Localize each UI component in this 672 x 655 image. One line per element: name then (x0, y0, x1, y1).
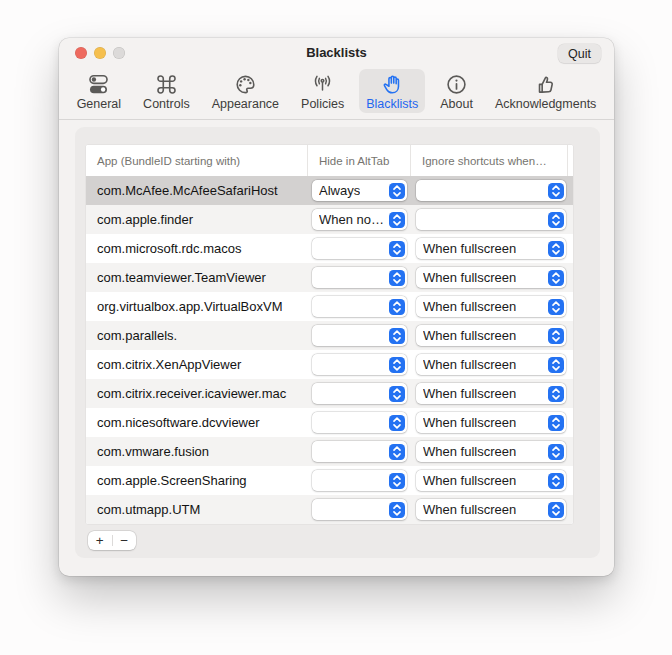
popup-chevron-icon (389, 415, 405, 431)
toolbar-tabs: GeneralControlsAppearancePoliciesBlackli… (59, 65, 614, 119)
app-bundle-id: com.teamviewer.TeamViewer (86, 270, 308, 285)
app-bundle-id: com.citrix.receiver.icaviewer.mac (86, 386, 308, 401)
command-icon (155, 72, 178, 96)
table-row[interactable]: com.nicesoftware.dcvviewerWhen fullscree… (86, 408, 573, 437)
popup-value: When fullscreen (423, 473, 516, 488)
remove-row-button[interactable]: − (113, 532, 137, 550)
palette-icon (234, 72, 257, 96)
popup-value: When fullscreen (423, 502, 516, 517)
column-header: App (BundleID starting with) (86, 145, 308, 176)
ignore-popup[interactable] (416, 180, 566, 201)
hide-popup[interactable]: When no… (312, 209, 407, 230)
ignore-popup[interactable]: When fullscreen (416, 354, 566, 375)
hide-popup[interactable] (312, 354, 407, 375)
hide-popup[interactable] (312, 325, 407, 346)
hide-popup[interactable] (312, 267, 407, 288)
popup-chevron-icon (548, 183, 564, 199)
popup-chevron-icon (389, 444, 405, 460)
column-header-spacer (568, 145, 573, 176)
popup-chevron-icon (548, 415, 564, 431)
popup-chevron-icon (548, 212, 564, 228)
app-bundle-id: com.microsoft.rdc.macos (86, 241, 308, 256)
tab-label: General (77, 97, 121, 111)
popup-chevron-icon (389, 473, 405, 489)
popup-chevron-icon (389, 328, 405, 344)
add-row-button[interactable]: + (88, 532, 112, 550)
tab-label: Controls (143, 97, 190, 111)
popup-value: When fullscreen (423, 357, 516, 372)
ignore-popup[interactable]: When fullscreen (416, 383, 566, 404)
hide-popup[interactable] (312, 441, 407, 462)
tab-label: About (440, 97, 473, 111)
tab-controls[interactable]: Controls (136, 69, 197, 113)
ignore-popup[interactable]: When fullscreen (416, 441, 566, 462)
popup-chevron-icon (548, 299, 564, 315)
popup-chevron-icon (389, 299, 405, 315)
ignore-popup[interactable]: When fullscreen (416, 412, 566, 433)
hide-popup[interactable] (312, 499, 407, 520)
quit-button[interactable]: Quit (558, 44, 601, 63)
ignore-popup[interactable] (416, 209, 566, 230)
table-row[interactable]: com.microsoft.rdc.macosWhen fullscreen (86, 234, 573, 263)
tab-label: Blacklists (366, 97, 418, 111)
toggles-icon (87, 72, 110, 96)
thumbs-up-icon (534, 72, 557, 96)
tab-acknowledgments[interactable]: Acknowledgments (488, 69, 603, 113)
table-row[interactable]: com.apple.ScreenSharingWhen fullscreen (86, 466, 573, 495)
table-row[interactable]: com.teamviewer.TeamViewerWhen fullscreen (86, 263, 573, 292)
app-bundle-id: org.virtualbox.app.VirtualBoxVM (86, 299, 308, 314)
popup-chevron-icon (548, 444, 564, 460)
table-row[interactable]: com.citrix.receiver.icaviewer.macWhen fu… (86, 379, 573, 408)
popup-chevron-icon (548, 357, 564, 373)
table-row[interactable]: com.apple.finderWhen no… (86, 205, 573, 234)
ignore-popup[interactable]: When fullscreen (416, 325, 566, 346)
hide-popup[interactable] (312, 383, 407, 404)
table-row[interactable]: org.virtualbox.app.VirtualBoxVMWhen full… (86, 292, 573, 321)
hand-icon (381, 72, 404, 96)
content-panel: App (BundleID starting with)Hide in AltT… (75, 127, 600, 558)
popup-chevron-icon (389, 183, 405, 199)
ignore-popup[interactable]: When fullscreen (416, 499, 566, 520)
popup-value: When fullscreen (423, 386, 516, 401)
app-bundle-id: com.citrix.XenAppViewer (86, 357, 308, 372)
table-row[interactable]: com.citrix.XenAppViewerWhen fullscreen (86, 350, 573, 379)
preferences-window: Blacklists Quit GeneralControlsAppearanc… (59, 38, 614, 576)
table-row[interactable]: com.vmware.fusionWhen fullscreen (86, 437, 573, 466)
tab-appearance[interactable]: Appearance (205, 69, 286, 113)
table-header: App (BundleID starting with)Hide in AltT… (86, 145, 573, 176)
hide-popup[interactable] (312, 470, 407, 491)
table-body: com.McAfee.McAfeeSafariHostAlwayscom.app… (86, 176, 573, 524)
popup-chevron-icon (389, 386, 405, 402)
popup-value: When fullscreen (423, 270, 516, 285)
hide-popup[interactable] (312, 296, 407, 317)
tab-label: Acknowledgments (495, 97, 596, 111)
popup-value: When fullscreen (423, 241, 516, 256)
app-bundle-id: com.apple.ScreenSharing (86, 473, 308, 488)
hide-popup[interactable] (312, 238, 407, 259)
app-bundle-id: com.nicesoftware.dcvviewer (86, 415, 308, 430)
popup-chevron-icon (548, 502, 564, 518)
ignore-popup[interactable]: When fullscreen (416, 470, 566, 491)
popup-chevron-icon (389, 357, 405, 373)
popup-chevron-icon (548, 328, 564, 344)
ignore-popup[interactable]: When fullscreen (416, 296, 566, 317)
table-row[interactable]: com.parallels.When fullscreen (86, 321, 573, 350)
hide-popup[interactable]: Always (312, 180, 407, 201)
table-row[interactable]: com.utmapp.UTMWhen fullscreen (86, 495, 573, 524)
popup-value: When fullscreen (423, 328, 516, 343)
ignore-popup[interactable]: When fullscreen (416, 267, 566, 288)
hide-popup[interactable] (312, 412, 407, 433)
tab-label: Appearance (212, 97, 279, 111)
popup-value: When fullscreen (423, 299, 516, 314)
popup-chevron-icon (548, 270, 564, 286)
popup-value: Always (319, 183, 360, 198)
tab-policies[interactable]: Policies (294, 69, 351, 113)
popup-value: When fullscreen (423, 444, 516, 459)
tab-about[interactable]: About (433, 69, 480, 113)
tab-general[interactable]: General (70, 69, 128, 113)
toolbar-separator (59, 119, 614, 120)
table-row[interactable]: com.McAfee.McAfeeSafariHostAlways (86, 176, 573, 205)
tab-blacklists[interactable]: Blacklists (359, 69, 425, 113)
app-bundle-id: com.parallels. (86, 328, 308, 343)
ignore-popup[interactable]: When fullscreen (416, 238, 566, 259)
